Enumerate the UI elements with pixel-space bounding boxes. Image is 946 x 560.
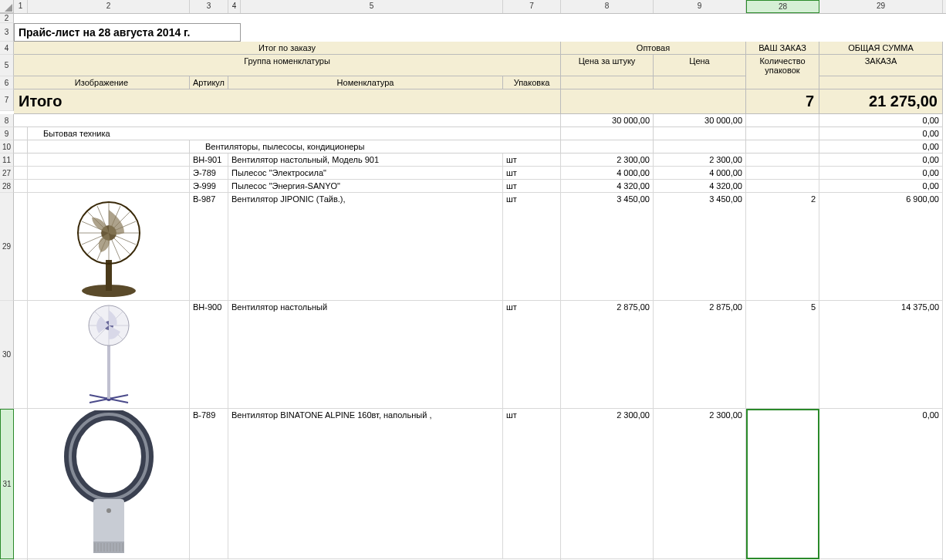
page-title: Прайс-лист на 28 августа 2014 г. — [14, 23, 241, 42]
item-qty[interactable] — [746, 153, 819, 167]
col-header[interactable]: 29 — [819, 0, 943, 13]
row-header[interactable]: 5 — [0, 55, 14, 76]
header-wholesale: Оптовая — [561, 42, 746, 55]
row-header[interactable]: 9 — [0, 127, 14, 140]
header-grand-total: ОБЩАЯ СУММА — [819, 42, 943, 55]
row-header[interactable]: 6 — [0, 76, 14, 89]
item-unit[interactable]: шт — [503, 167, 561, 180]
col-header[interactable]: 3 — [190, 0, 228, 13]
fan-desk-bronze-icon — [70, 194, 147, 299]
item-image-cell — [28, 193, 190, 301]
item-unit[interactable]: шт — [503, 409, 561, 559]
item-sum[interactable]: 0,00 — [819, 167, 943, 180]
svg-rect-15 — [107, 345, 110, 399]
row-header[interactable]: 28 — [0, 180, 14, 193]
header-your-order: ВАШ ЗАКАЗ — [746, 42, 819, 55]
item-price-per-unit[interactable]: 4 000,00 — [561, 167, 654, 180]
item-unit[interactable]: шт — [503, 153, 561, 167]
item-article[interactable]: ВН-901 — [190, 153, 228, 167]
col-header[interactable]: 4 — [228, 0, 241, 13]
column-headers: 1 2 3 4 5 7 8 9 28 29 — [0, 0, 946, 14]
totals-qty: 7 — [746, 89, 819, 114]
category-name: Бытовая техника — [28, 127, 561, 140]
subcategory-sum: 0,00 — [819, 140, 943, 153]
fan-bladeless-icon — [63, 410, 155, 557]
svg-point-36 — [106, 508, 111, 513]
item-article[interactable]: Э-789 — [190, 167, 228, 180]
header-order-of: ЗАКАЗА — [819, 55, 943, 76]
row-header[interactable]: 3 — [0, 23, 14, 42]
header-pack-count: Количество упаковок — [746, 55, 819, 76]
row-header[interactable]: 2 — [0, 14, 14, 23]
item-price-per-unit[interactable]: 4 320,00 — [561, 180, 654, 193]
item-qty[interactable] — [746, 167, 819, 180]
item-sum[interactable]: 0,00 — [819, 153, 943, 167]
item-price-per-unit[interactable]: 2 875,00 — [561, 301, 654, 409]
item-name[interactable]: Пылесос "Электросила" — [228, 167, 503, 180]
row-header[interactable]: 29 — [0, 193, 14, 301]
item-name[interactable]: Вентилятор JIPONIC (Тайв.), — [228, 193, 503, 301]
row-header[interactable]: 30 — [0, 301, 14, 409]
item-article[interactable]: В-789 — [190, 409, 228, 559]
item-price[interactable]: 2 300,00 — [654, 153, 746, 167]
row-header[interactable]: 31 — [0, 409, 14, 559]
item-price[interactable]: 4 000,00 — [654, 167, 746, 180]
totals-sum: 21 275,00 — [819, 89, 943, 114]
item-sum[interactable]: 14 375,00 — [819, 301, 943, 409]
svg-point-23 — [70, 414, 147, 499]
item-name[interactable]: Пылесос "Энергия-SANYO" — [228, 180, 503, 193]
fan-stand-white-icon — [82, 302, 136, 407]
header-image: Изображение — [14, 76, 190, 89]
header-group: Группа номенклатуры — [14, 55, 561, 76]
col-header[interactable]: 2 — [28, 0, 190, 13]
col-header[interactable]: 8 — [561, 0, 654, 13]
item-qty[interactable] — [746, 180, 819, 193]
item-sum[interactable]: 6 900,00 — [819, 193, 943, 301]
item-price[interactable]: 3 450,00 — [654, 193, 746, 301]
overall-price: 30 000,00 — [654, 114, 746, 127]
header-nomenclature: Номенклатура — [228, 76, 503, 89]
header-order-total: Итог по заказу — [14, 42, 561, 55]
item-unit[interactable]: шт — [503, 180, 561, 193]
col-header[interactable]: 28 — [746, 0, 819, 13]
header-article: Артикул — [190, 76, 228, 89]
row-header[interactable]: 7 — [0, 89, 14, 111]
col-header[interactable]: 9 — [654, 0, 746, 13]
item-name[interactable]: Вентилятор BINATONE ALPINE 160вт, наполь… — [228, 409, 503, 559]
header-packaging: Упаковка — [503, 76, 561, 89]
row-header[interactable]: 8 — [0, 114, 14, 127]
item-price-per-unit[interactable]: 2 300,00 — [561, 153, 654, 167]
item-image-cell — [28, 301, 190, 409]
item-price-per-unit[interactable]: 3 450,00 — [561, 193, 654, 301]
item-sum[interactable]: 0,00 — [819, 180, 943, 193]
item-qty-active-cell[interactable] — [746, 409, 819, 559]
item-article[interactable]: ВН-900 — [190, 301, 228, 409]
row-header[interactable]: 27 — [0, 167, 14, 180]
item-sum[interactable]: 0,00 — [819, 409, 943, 559]
row-header[interactable]: 4 — [0, 42, 14, 55]
item-unit[interactable]: шт — [503, 193, 561, 301]
item-name[interactable]: Вентилятор настольный, Модель 901 — [228, 153, 503, 167]
overall-sum: 0,00 — [819, 114, 943, 127]
totals-label: Итого — [14, 89, 561, 114]
col-header[interactable]: 7 — [503, 0, 561, 13]
item-qty[interactable]: 2 — [746, 193, 819, 301]
item-price-per-unit[interactable]: 2 300,00 — [561, 409, 654, 559]
item-qty[interactable]: 5 — [746, 301, 819, 409]
item-article[interactable]: В-987 — [190, 193, 228, 301]
item-unit[interactable]: шт — [503, 301, 561, 409]
item-image-cell — [28, 409, 190, 559]
subcategory-name: Вентиляторы, пылесосы, кондиционеры — [190, 142, 364, 151]
col-header[interactable]: 5 — [241, 0, 503, 13]
item-article[interactable]: Э-999 — [190, 180, 228, 193]
overall-price-per-unit: 30 000,00 — [561, 114, 654, 127]
row-header[interactable]: 10 — [0, 140, 14, 153]
item-price[interactable]: 2 300,00 — [654, 409, 746, 559]
item-name[interactable]: Вентилятор настольный — [228, 301, 503, 409]
select-all-corner[interactable] — [0, 0, 14, 13]
category-sum: 0,00 — [819, 127, 943, 140]
row-header[interactable]: 11 — [0, 153, 14, 167]
item-price[interactable]: 4 320,00 — [654, 180, 746, 193]
col-header[interactable]: 1 — [14, 0, 28, 13]
item-price[interactable]: 2 875,00 — [654, 301, 746, 409]
